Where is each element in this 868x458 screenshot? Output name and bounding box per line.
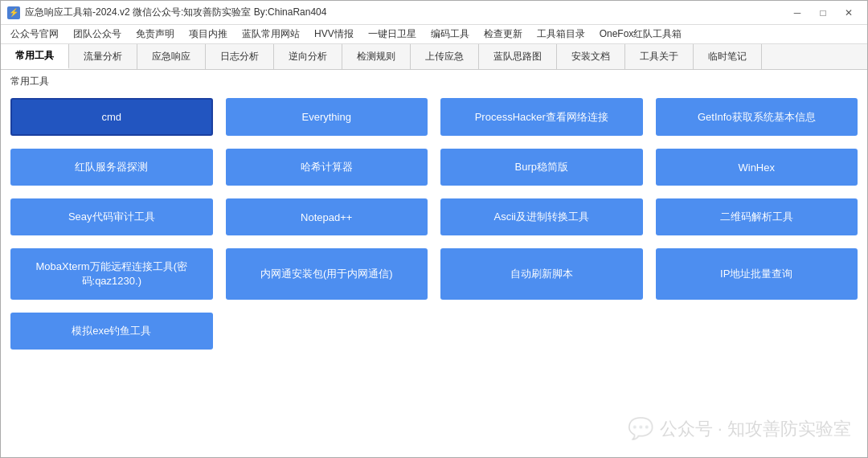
tool-button-1[interactable]: Everything — [226, 98, 428, 136]
tab-安装文档[interactable]: 安装文档 — [557, 44, 625, 69]
tool-button-4[interactable]: 红队服务器探测 — [10, 149, 213, 186]
menu-item-OneFox[interactable]: OneFox红队工具箱 — [593, 26, 689, 43]
main-window: ⚡ 应急响应工具箱-2024.v2 微信公众号:知攻善防实验室 By:China… — [0, 0, 868, 458]
tool-button-2[interactable]: ProcessHacker查看网络连接 — [440, 98, 643, 136]
maximize-button[interactable]: □ — [811, 5, 835, 21]
tool-grid: cmdEverythingProcessHacker查看网络连接GetInfo获… — [10, 95, 858, 350]
menu-item-[interactable]: 检查更新 — [477, 26, 529, 43]
tab-应急响应[interactable]: 应急响应 — [137, 44, 206, 69]
tab-临时笔记[interactable]: 临时笔记 — [694, 44, 762, 69]
tool-button-13[interactable]: 内网通安装包(用于内网通信) — [226, 248, 428, 300]
tool-button-16[interactable]: 模拟exe钓鱼工具 — [10, 313, 213, 350]
menu-item-[interactable]: 工具箱目录 — [530, 26, 592, 43]
title-bar: ⚡ 应急响应工具箱-2024.v2 微信公众号:知攻善防实验室 By:China… — [1, 1, 867, 25]
menu-item-[interactable]: 团队公众号 — [67, 26, 128, 43]
menu-item-[interactable]: 蓝队常用网站 — [235, 26, 306, 43]
tab-常用工具[interactable]: 常用工具 — [1, 44, 69, 69]
tool-button-3[interactable]: GetInfo获取系统基本信息 — [656, 98, 858, 136]
menu-item-[interactable]: 一键日卫星 — [362, 26, 423, 43]
menu-item-[interactable]: 项目内推 — [182, 26, 234, 43]
section-label: 常用工具 — [1, 70, 867, 92]
title-bar-text: 应急响应工具箱-2024.v2 微信公众号:知攻善防实验室 By:ChinaRa… — [25, 6, 785, 19]
tab-工具关于[interactable]: 工具关于 — [625, 44, 694, 69]
minimize-button[interactable]: ─ — [785, 5, 809, 21]
tab-上传应急[interactable]: 上传应急 — [411, 44, 479, 69]
tab-bar: 常用工具流量分析应急响应日志分析逆向分析检测规则上传应急蓝队思路图安装文档工具关… — [1, 44, 867, 70]
app-icon: ⚡ — [7, 6, 20, 19]
tool-button-5[interactable]: 哈希计算器 — [226, 149, 428, 186]
content-wrapper: 常用工具 cmdEverythingProcessHacker查看网络连接Get… — [1, 70, 867, 457]
tab-检测规则[interactable]: 检测规则 — [342, 44, 411, 69]
tool-button-12[interactable]: MobaXterm万能远程连接工具(密码:qaz1230.) — [10, 248, 213, 300]
tool-button-11[interactable]: 二维码解析工具 — [656, 198, 858, 235]
main-content: cmdEverythingProcessHacker查看网络连接GetInfo获… — [1, 92, 867, 457]
tool-button-9[interactable]: Notepad++ — [226, 198, 428, 235]
tab-蓝队思路图[interactable]: 蓝队思路图 — [479, 44, 557, 69]
tool-button-14[interactable]: 自动刷新脚本 — [440, 248, 643, 300]
tab-流量分析[interactable]: 流量分析 — [69, 44, 137, 69]
menu-item-[interactable]: 免责声明 — [129, 26, 181, 43]
menu-item-[interactable]: 公众号官网 — [4, 26, 65, 43]
tool-button-7[interactable]: WinHex — [656, 149, 858, 186]
close-button[interactable]: ✕ — [837, 5, 861, 21]
tool-button-0[interactable]: cmd — [10, 98, 213, 136]
tool-button-6[interactable]: Burp稳简版 — [440, 149, 643, 186]
window-controls: ─ □ ✕ — [785, 5, 861, 21]
tab-日志分析[interactable]: 日志分析 — [206, 44, 274, 69]
menu-bar: 公众号官网团队公众号免责声明项目内推蓝队常用网站HVV情报一键日卫星编码工具检查… — [1, 25, 867, 44]
menu-item-HVV[interactable]: HVV情报 — [308, 26, 360, 43]
menu-item-[interactable]: 编码工具 — [424, 26, 476, 43]
tool-button-8[interactable]: Seay代码审计工具 — [10, 198, 213, 235]
tool-button-15[interactable]: IP地址批量查询 — [656, 248, 858, 300]
tool-button-10[interactable]: Ascii及进制转换工具 — [440, 198, 643, 235]
tab-逆向分析[interactable]: 逆向分析 — [274, 44, 342, 69]
